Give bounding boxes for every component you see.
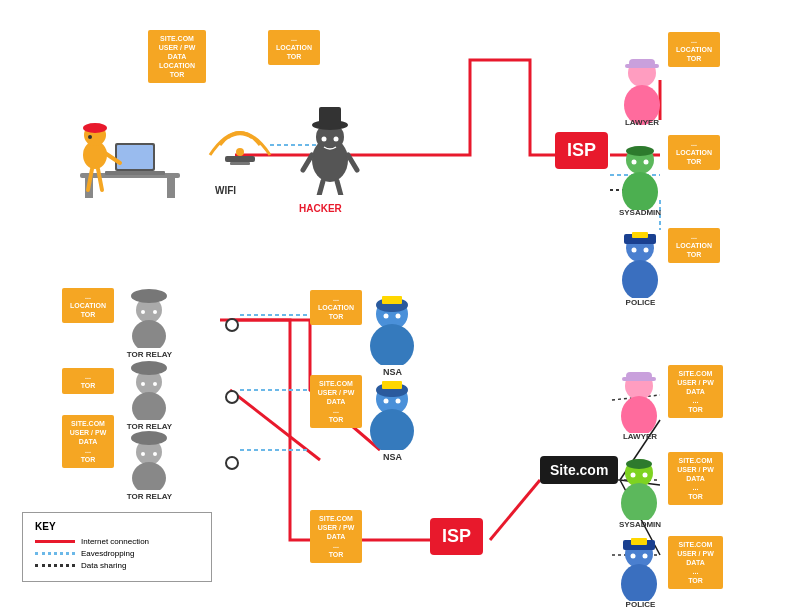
wifi-label: WIFI bbox=[215, 185, 236, 196]
tor-relay-3-circle bbox=[225, 456, 239, 470]
lawyer-label-2: LAWYER bbox=[610, 432, 670, 441]
tor-relay-2-box: ... TOR bbox=[62, 368, 114, 394]
tor-relay-3-label: TOR RELAY bbox=[117, 492, 182, 501]
svg-line-40 bbox=[348, 155, 357, 170]
svg-line-3 bbox=[490, 480, 540, 540]
key-internet: Internet connection bbox=[35, 537, 199, 546]
nsa-2-label: NSA bbox=[360, 452, 425, 462]
nsa-box-1: ... LOCATION TOR bbox=[310, 290, 362, 325]
tor-relay-1-figure bbox=[122, 288, 177, 348]
svg-point-26 bbox=[88, 135, 92, 139]
lawyer-figure-2 bbox=[612, 368, 667, 433]
svg-point-25 bbox=[83, 123, 107, 133]
svg-point-83 bbox=[384, 399, 389, 404]
police-figure-1 bbox=[610, 228, 670, 298]
svg-rect-21 bbox=[117, 145, 153, 169]
svg-point-65 bbox=[131, 361, 167, 375]
svg-point-86 bbox=[621, 396, 657, 433]
isp-box-2: ISP bbox=[430, 518, 483, 555]
svg-point-71 bbox=[141, 452, 145, 456]
svg-point-56 bbox=[632, 248, 637, 253]
hacker-label: HACKER bbox=[299, 203, 342, 214]
tor-relay-2-circle bbox=[225, 390, 239, 404]
svg-rect-91 bbox=[626, 459, 652, 469]
svg-point-93 bbox=[643, 473, 648, 478]
eavesdrop-line-sample bbox=[35, 552, 75, 555]
person-computer-figure bbox=[60, 95, 200, 205]
svg-point-37 bbox=[322, 137, 327, 142]
svg-point-62 bbox=[153, 310, 157, 314]
key-box: KEY Internet connection Eavesdropping Da… bbox=[22, 512, 212, 582]
svg-point-60 bbox=[131, 289, 167, 303]
svg-line-39 bbox=[303, 155, 312, 170]
key-eavesdrop: Eavesdropping bbox=[35, 549, 199, 558]
svg-point-84 bbox=[396, 399, 401, 404]
location-box-1: ... LOCATION TOR bbox=[268, 30, 320, 65]
police-figure-2 bbox=[612, 536, 667, 601]
tor-relay-1-circle bbox=[225, 318, 239, 332]
svg-rect-82 bbox=[382, 381, 402, 389]
svg-rect-22 bbox=[105, 171, 165, 175]
svg-rect-88 bbox=[622, 377, 656, 381]
svg-rect-46 bbox=[625, 64, 659, 68]
svg-line-29 bbox=[98, 169, 102, 190]
hacker-figure bbox=[295, 95, 365, 195]
key-title: KEY bbox=[35, 521, 199, 532]
sysadmin-figure-1 bbox=[610, 140, 670, 210]
svg-point-70 bbox=[131, 431, 167, 445]
svg-point-74 bbox=[370, 324, 414, 365]
lawyer-label-1: LAWYER bbox=[612, 118, 672, 127]
isp-2-info-box: SITE.COM USER / PW DATA ... TOR bbox=[310, 510, 362, 563]
nsa-figure-1 bbox=[360, 290, 425, 365]
svg-point-67 bbox=[153, 382, 157, 386]
tor-relay-2-figure bbox=[122, 360, 177, 420]
sysadmin-box-2: SITE.COM USER / PW DATA ... TOR bbox=[668, 452, 723, 505]
tor-relay-3-figure bbox=[122, 430, 177, 490]
sysadmin-box-1: ... LOCATION TOR bbox=[668, 135, 720, 170]
datashare-line-sample bbox=[35, 564, 75, 567]
user-info-box: SITE.COM USER / PW DATA LOCATION TOR bbox=[148, 30, 206, 83]
svg-point-59 bbox=[132, 320, 166, 348]
police-box-1: ... LOCATION TOR bbox=[668, 228, 720, 263]
tor-relay-3-box: SITE.COM USER / PW DATA ... TOR bbox=[62, 415, 114, 468]
svg-point-38 bbox=[334, 137, 339, 142]
nsa-figure-2 bbox=[360, 375, 425, 450]
svg-point-95 bbox=[621, 564, 657, 601]
svg-point-48 bbox=[622, 172, 658, 210]
svg-rect-36 bbox=[319, 107, 341, 127]
svg-rect-97 bbox=[631, 538, 647, 545]
svg-point-51 bbox=[644, 160, 649, 165]
svg-point-77 bbox=[384, 314, 389, 319]
svg-rect-76 bbox=[382, 296, 402, 304]
svg-point-99 bbox=[643, 554, 648, 559]
svg-rect-32 bbox=[230, 162, 250, 165]
internet-line-sample bbox=[35, 540, 75, 543]
lawyer-box-1: ... LOCATION TOR bbox=[668, 32, 720, 67]
svg-point-98 bbox=[631, 554, 636, 559]
sysadmin-label-2: SYSADMIN bbox=[606, 520, 674, 529]
svg-line-2 bbox=[230, 390, 320, 460]
police-box-2: SITE.COM USER / PW DATA ... TOR bbox=[668, 536, 723, 589]
svg-point-30 bbox=[236, 148, 244, 156]
svg-point-61 bbox=[141, 310, 145, 314]
tor-relay-1-label: TOR RELAY bbox=[117, 350, 182, 359]
police-label-1: POLICE bbox=[608, 298, 673, 307]
svg-point-66 bbox=[141, 382, 145, 386]
svg-line-42 bbox=[337, 181, 343, 195]
nsa-box-2: SITE.COM USER / PW DATA ... TOR bbox=[310, 375, 362, 428]
police-label-2: POLICE bbox=[608, 600, 673, 609]
svg-point-80 bbox=[370, 409, 414, 450]
svg-point-78 bbox=[396, 314, 401, 319]
svg-point-90 bbox=[621, 483, 657, 520]
key-datashare: Data sharing bbox=[35, 561, 199, 570]
sysadmin-figure-2 bbox=[612, 455, 667, 520]
lawyer-figure-1 bbox=[615, 55, 670, 125]
svg-line-41 bbox=[317, 181, 323, 195]
sysadmin-label-1: SYSADMIN bbox=[605, 208, 675, 217]
svg-point-50 bbox=[632, 160, 637, 165]
wifi-router-figure bbox=[200, 100, 280, 180]
diagram: SITE.COM USER / PW DATA LOCATION TOR bbox=[0, 0, 792, 612]
svg-rect-55 bbox=[632, 232, 648, 238]
svg-rect-49 bbox=[626, 146, 654, 156]
svg-point-72 bbox=[153, 452, 157, 456]
